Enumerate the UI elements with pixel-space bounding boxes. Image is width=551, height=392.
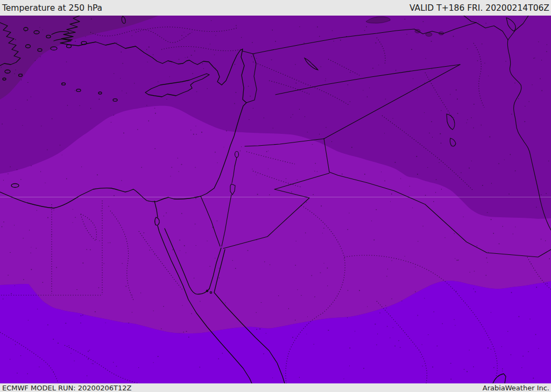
model-run-label: ECMWF MODEL RUN: 20200206T12Z — [2, 384, 131, 392]
footer-bar: ECMWF MODEL RUN: 20200206T12Z ArabiaWeat… — [0, 383, 551, 392]
map-title: Temperature at 250 hPa — [2, 3, 102, 13]
valid-time-label: VALID T+186 FRI. 20200214T06Z — [409, 3, 549, 13]
weather-map — [0, 16, 551, 383]
credit-label: ArabiaWeather Inc. — [483, 384, 549, 392]
header-bar: Temperature at 250 hPa VALID T+186 FRI. … — [0, 0, 551, 16]
temperature-map-canvas — [0, 16, 551, 383]
